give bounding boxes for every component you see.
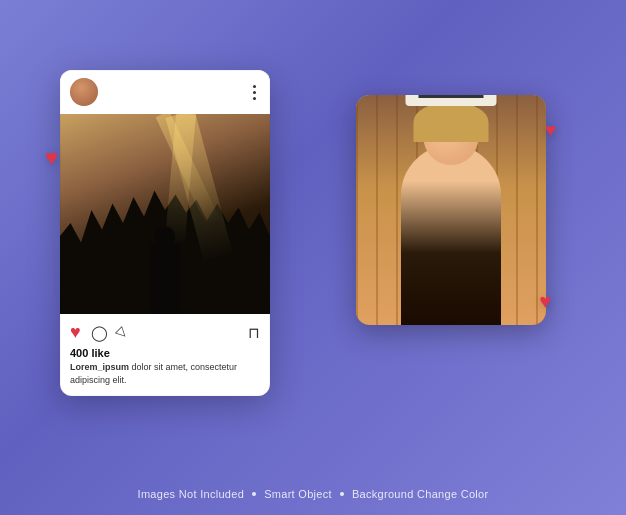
photo-card xyxy=(356,95,546,325)
figure-hair xyxy=(414,102,489,142)
like-button[interactable]: ♥ xyxy=(70,322,81,343)
floating-heart-2: ♥ xyxy=(545,120,556,141)
actions-left: ♥ ◯ ▷ xyxy=(70,322,128,343)
figure-body xyxy=(401,145,501,325)
avatar xyxy=(70,78,98,106)
bookmark-button[interactable]: ⊓ xyxy=(248,324,260,342)
dot-separator-2 xyxy=(340,492,344,496)
dot-separator-1 xyxy=(252,492,256,496)
post-image xyxy=(60,114,270,314)
figure-head xyxy=(424,110,479,165)
dot1 xyxy=(253,85,256,88)
caption-username: Lorem_ipsum xyxy=(70,362,129,372)
more-options-button[interactable] xyxy=(249,83,260,102)
card-actions: ♥ ◯ ▷ ⊓ xyxy=(60,314,270,347)
bottom-labels: Images Not Included Smart Object Backgro… xyxy=(0,488,626,500)
figure-silhouette xyxy=(150,244,180,314)
avatar-image xyxy=(70,78,98,106)
caption: Lorem_ipsum dolor sit amet, consectetur … xyxy=(60,359,270,396)
dot3 xyxy=(253,97,256,100)
share-button[interactable]: ▷ xyxy=(114,324,132,342)
instagram-card: ♥ ◯ ▷ ⊓ 400 like Lorem_ipsum dolor sit a… xyxy=(60,70,270,396)
hat-band xyxy=(419,95,484,98)
background-change-label: Background Change Color xyxy=(352,488,489,500)
comment-button[interactable]: ◯ xyxy=(91,324,108,342)
photo-card-inner xyxy=(356,95,546,325)
smart-object-label: Smart Object xyxy=(264,488,332,500)
dot2 xyxy=(253,91,256,94)
floating-heart-3: ♥ xyxy=(539,290,551,313)
floating-heart-1: ♥ xyxy=(45,145,58,171)
like-count: 400 like xyxy=(60,347,270,359)
figure-hat-top xyxy=(419,95,484,98)
forest-scene xyxy=(60,114,270,314)
card-header xyxy=(60,70,270,114)
images-not-included-label: Images Not Included xyxy=(138,488,245,500)
scene: ♥ ◯ ▷ ⊓ 400 like Lorem_ipsum dolor sit a… xyxy=(0,0,626,515)
